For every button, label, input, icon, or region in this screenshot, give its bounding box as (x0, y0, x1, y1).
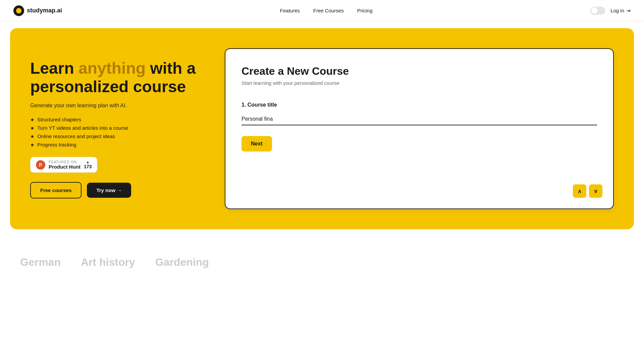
login-icon: ⇥ (626, 8, 631, 14)
login-button[interactable]: Log in ⇥ (610, 8, 631, 14)
feature-item-4: ★ Progress tracking (30, 142, 205, 147)
product-hunt-info: FEATURED ON Product Hunt (49, 160, 80, 170)
course-preview-gardening: Gardening (155, 256, 209, 268)
hero-features-list: ★ Structured chapters ★ Turn YT videos a… (30, 117, 205, 147)
product-hunt-featured: FEATURED ON (49, 160, 80, 164)
login-label: Log in (610, 8, 624, 13)
toggle-knob (591, 7, 598, 14)
nav-links: Features Free Courses Pricing (280, 8, 373, 13)
feature-item-1: ★ Structured chapters (30, 117, 205, 122)
star-icon-4: ★ (30, 142, 35, 147)
feature-item-2: ★ Turn YT videos and articles into a cou… (30, 125, 205, 131)
feature-text-2: Turn YT videos and articles into a cours… (37, 125, 128, 131)
hero-title: Learn anything with a personalized cours… (30, 59, 205, 96)
nav-link-free-courses[interactable]: Free Courses (313, 8, 344, 13)
upvote-count: 173 (84, 164, 92, 169)
courses-preview-section: German Art history Gardening (0, 236, 644, 275)
feature-text-1: Structured chapters (37, 117, 81, 122)
hero-section: Learn anything with a personalized cours… (10, 28, 634, 229)
navbar: studymap.ai Features Free Courses Pricin… (0, 0, 644, 21)
course-title-label: 1. Course title (241, 102, 597, 108)
product-hunt-name: Product Hunt (49, 164, 80, 170)
product-hunt-count: ▲ 173 (84, 160, 92, 169)
nav-right: Log in ⇥ (590, 7, 631, 15)
title-highlight: anything (78, 59, 146, 77)
upvote-triangle-icon: ▲ (86, 160, 90, 164)
course-preview-art-history: Art history (81, 256, 135, 268)
course-preview-german: German (20, 256, 61, 268)
logo-icon (13, 5, 24, 16)
course-title-input[interactable] (241, 113, 597, 125)
hero-ctas: Free courses Try now → (30, 182, 205, 198)
product-hunt-badge[interactable]: P FEATURED ON Product Hunt ▲ 173 (30, 157, 97, 173)
theme-toggle[interactable] (590, 7, 605, 15)
logo-text: studymap.ai (27, 7, 62, 14)
free-courses-button[interactable]: Free courses (30, 182, 82, 198)
nav-link-features[interactable]: Features (280, 8, 300, 13)
star-icon-1: ★ (30, 117, 35, 122)
product-hunt-logo: P (36, 160, 45, 170)
card-subtitle: Start learning with your personalized co… (241, 80, 597, 86)
hero-description: Generate your own learning plan with AI. (30, 103, 205, 109)
try-now-button[interactable]: Try now → (87, 183, 131, 198)
hero-right: Create a New Course Start learning with … (225, 48, 614, 209)
course-creation-card: Create a New Course Start learning with … (225, 48, 614, 209)
feature-text-4: Progress tracking (37, 142, 76, 147)
star-icon-2: ★ (30, 125, 35, 131)
hero-left: Learn anything with a personalized cours… (30, 59, 205, 198)
card-nav-down-button[interactable]: ∨ (589, 184, 602, 198)
card-nav-up-button[interactable]: ∧ (573, 184, 586, 198)
nav-link-pricing[interactable]: Pricing (357, 8, 373, 13)
courses-preview-list: German Art history Gardening (20, 256, 624, 268)
card-navigation: ∧ ∨ (573, 184, 602, 198)
star-icon-3: ★ (30, 134, 35, 139)
next-button[interactable]: Next (241, 136, 272, 152)
feature-item-3: ★ Online resources and project ideas (30, 133, 205, 139)
title-start: Learn (30, 59, 78, 77)
card-title: Create a New Course (241, 65, 597, 77)
feature-text-3: Online resources and project ideas (37, 133, 115, 139)
logo[interactable]: studymap.ai (13, 5, 62, 16)
